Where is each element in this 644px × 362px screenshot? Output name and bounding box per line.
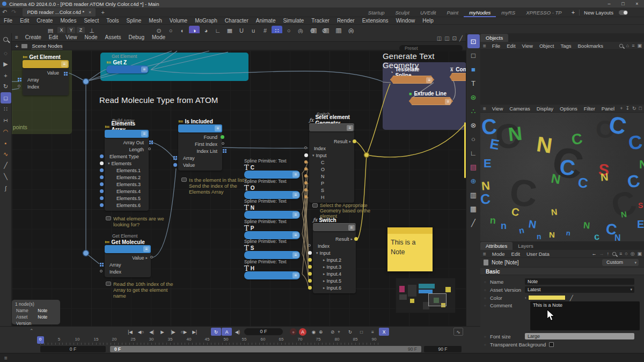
redo-icon[interactable]: ↷ bbox=[11, 9, 16, 16]
port-dot[interactable] bbox=[304, 146, 307, 149]
node-input-port[interactable]: ▸ Input.2 bbox=[316, 256, 353, 263]
range-slider[interactable]: 0 F 90 F bbox=[110, 346, 421, 352]
menu-item[interactable]: Volume bbox=[166, 18, 191, 24]
pen-icon[interactable]: ╲ bbox=[1, 171, 11, 182]
node-output-port[interactable]: Index List bbox=[181, 147, 219, 154]
menu-item[interactable]: Modes bbox=[56, 18, 80, 24]
node-input-port[interactable]: Array bbox=[108, 261, 148, 268]
globe-icon[interactable]: ⊕ bbox=[467, 174, 480, 188]
node-editor-menu-item[interactable]: Debug bbox=[125, 34, 148, 40]
port-dot[interactable] bbox=[148, 147, 151, 150]
port-dot[interactable] bbox=[308, 265, 312, 269]
viewport-render[interactable]: CCCOCCNNECCCCESNCNNCCNCnnnNNnNNCcNNSEn bbox=[480, 113, 644, 241]
add-document-button[interactable]: + bbox=[101, 9, 104, 16]
port-dot[interactable] bbox=[18, 78, 19, 79]
node-preview-bar[interactable]: ≡ bbox=[244, 271, 300, 279]
node-menu-icon[interactable]: ≡ bbox=[141, 67, 148, 72]
node-menu-icon[interactable]: ≡ bbox=[292, 192, 299, 198]
hamburger-icon[interactable]: ≡ bbox=[483, 251, 486, 257]
filter-icon[interactable]: ≡ bbox=[619, 251, 622, 256]
square-primitive-icon[interactable]: □ bbox=[467, 48, 480, 62]
prev-frame-button[interactable]: ◀| bbox=[147, 328, 157, 336]
node-input-port[interactable]: Elements.4 bbox=[108, 188, 145, 195]
go-end-button[interactable]: ▶| bbox=[189, 328, 200, 336]
menu-item[interactable]: Help bbox=[419, 18, 437, 24]
layout-tab[interactable]: Paint bbox=[441, 8, 464, 17]
node-editor-menu-item[interactable]: View bbox=[62, 34, 81, 40]
menu-item[interactable]: Spline bbox=[123, 18, 145, 24]
node-preview-bar[interactable]: ≡ bbox=[309, 123, 354, 131]
viewport-menu-item[interactable]: Panel bbox=[598, 106, 618, 112]
hamburger-icon[interactable]: ≡ bbox=[15, 34, 18, 40]
node-get-z[interactable]: Get Element ≔ Get Z ≡ bbox=[106, 54, 149, 73]
node-get-element[interactable]: ≔ Get Element ≡ Value bbox=[23, 54, 69, 95]
node-input-port[interactable]: S bbox=[312, 187, 351, 194]
autokey-range-button[interactable]: A bbox=[222, 328, 232, 336]
port-dot[interactable] bbox=[304, 174, 308, 178]
live-selection-icon[interactable]: ◌ bbox=[1, 47, 11, 58]
node-input-port[interactable]: Elements.1 bbox=[108, 167, 145, 174]
layout-tab[interactable]: Sculpt bbox=[390, 8, 414, 17]
panel-icon[interactable]: ▣ bbox=[637, 251, 642, 256]
layout-tab[interactable]: Startup bbox=[363, 8, 390, 17]
pan-icon[interactable]: + bbox=[620, 106, 623, 111]
panel-icon[interactable]: ▣ bbox=[637, 43, 642, 48]
node-menu-icon[interactable]: ≡ bbox=[215, 125, 221, 131]
node-input-port[interactable]: Value bbox=[181, 161, 219, 168]
node-get-molecule[interactable]: Get Element ≔ Get Molecule ≡ Value ▸ bbox=[105, 233, 151, 277]
viewport[interactable]: ≡ ViewCamerasDisplayOptionsFilterPanel +… bbox=[480, 105, 644, 241]
atom-icon[interactable]: ⊛ bbox=[467, 90, 480, 104]
node-menu-icon[interactable]: ≡ bbox=[292, 252, 299, 258]
section-basic[interactable]: Basic bbox=[480, 267, 644, 275]
hamburger-icon[interactable]: ≡ bbox=[483, 43, 486, 49]
node-output-port[interactable]: Length bbox=[108, 146, 145, 153]
home-icon[interactable]: ⌂ bbox=[626, 43, 629, 48]
font-size-dropdown[interactable]: Large bbox=[525, 333, 634, 339]
scale-icon[interactable]: □ bbox=[1, 92, 11, 104]
node-input-port[interactable]: Index bbox=[108, 268, 148, 275]
preset-search-input[interactable]: Preset bbox=[399, 45, 463, 51]
node-input-port[interactable]: P bbox=[312, 180, 351, 187]
node-input-port[interactable]: O bbox=[312, 166, 351, 173]
up-icon[interactable]: ↑ bbox=[606, 251, 609, 256]
node-preview-bar[interactable]: ≡ bbox=[409, 97, 453, 105]
node-menu-icon[interactable]: ≡ bbox=[292, 212, 299, 218]
split-right-icon[interactable]: ◫ bbox=[444, 35, 449, 41]
range-start-field[interactable]: 0 F bbox=[40, 346, 106, 352]
menu-item[interactable]: Select bbox=[80, 18, 103, 24]
port-dot[interactable] bbox=[221, 135, 224, 139]
port-dot[interactable] bbox=[308, 272, 312, 276]
back-icon[interactable]: ← bbox=[591, 251, 596, 256]
node-input-port[interactable]: C bbox=[312, 159, 351, 166]
node-preview-bar[interactable]: ≡ bbox=[244, 251, 300, 259]
menu-item[interactable]: Render bbox=[333, 18, 358, 24]
node-menu-icon[interactable]: ≡ bbox=[426, 77, 433, 83]
node-menu-icon[interactable]: ≡ bbox=[292, 232, 299, 238]
preset-dropdown[interactable]: Custom bbox=[602, 259, 639, 266]
layers-icon[interactable]: ▥ bbox=[467, 188, 480, 202]
node-input-port[interactable]: Index bbox=[312, 145, 351, 152]
play-button[interactable]: ▶ bbox=[157, 328, 167, 336]
node-input-port[interactable]: ▾ Input bbox=[316, 249, 353, 256]
port-dot[interactable] bbox=[100, 203, 104, 207]
menu-item[interactable]: Extensions bbox=[358, 18, 392, 24]
viewport-menu-item[interactable]: Display bbox=[533, 106, 557, 112]
expand-caret-icon[interactable]: › bbox=[525, 295, 526, 300]
port-dot[interactable] bbox=[304, 160, 308, 164]
port-dot[interactable] bbox=[304, 195, 308, 198]
objects-menu-item[interactable]: Object bbox=[536, 43, 557, 49]
next-frame-button[interactable]: |▶ bbox=[168, 328, 178, 336]
dolly-icon[interactable]: ↧ bbox=[625, 106, 630, 111]
node-is-included[interactable]: ≔ Is Included ≡ Found First Index bbox=[178, 118, 222, 171]
node-input-port[interactable]: Array bbox=[181, 154, 219, 161]
port-dot[interactable] bbox=[304, 188, 308, 191]
port-dot[interactable] bbox=[222, 142, 224, 145]
sound-button[interactable]: ◀) bbox=[232, 328, 243, 336]
node-tesselate-spline[interactable]: ◔ Tesselate Spline ≡ bbox=[390, 69, 434, 84]
port-dot[interactable] bbox=[223, 149, 224, 151]
fcurve-icon[interactable]: ∿ bbox=[453, 328, 463, 336]
node-preview-bar[interactable]: ≡ bbox=[244, 191, 300, 199]
port-dot[interactable] bbox=[100, 263, 101, 264]
transparent-bg-checkbox[interactable] bbox=[549, 342, 554, 347]
scene-folder-icon[interactable] bbox=[21, 44, 27, 48]
